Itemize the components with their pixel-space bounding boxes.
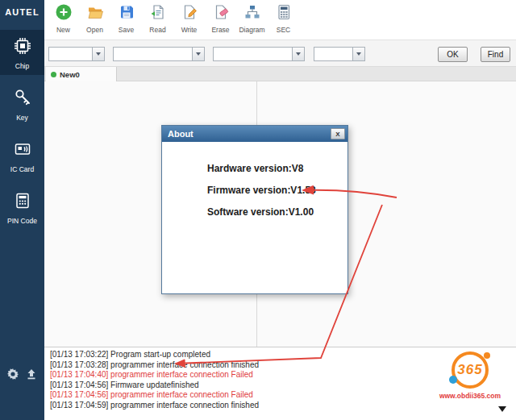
sidebar-item-key[interactable]: Key	[0, 81, 44, 127]
tool-label: Write	[181, 26, 198, 34]
pin-code-icon	[12, 190, 33, 214]
brand-logo: AUTEL	[0, 0, 44, 17]
gear-icon[interactable]	[7, 368, 19, 380]
diagram-button[interactable]: Diagram	[236, 3, 268, 40]
sidebar-item-label: IC Card	[10, 165, 34, 173]
sidebar-item-label: Key	[16, 114, 28, 122]
tab-new0[interactable]: New0	[46, 67, 117, 81]
erase-button[interactable]: Erase	[205, 3, 236, 40]
tool-label: SEC	[277, 26, 290, 34]
tool-label: New	[56, 26, 70, 34]
sec-icon	[275, 3, 293, 24]
sidebar-item-label: PIN Code	[7, 217, 37, 225]
filter-dropdown-3[interactable]	[213, 47, 305, 61]
tool-label: Erase	[211, 26, 229, 34]
tool-label: Open	[86, 26, 103, 34]
chevron-down-icon[interactable]	[92, 48, 104, 60]
website-url: www.obdii365.com	[431, 392, 510, 400]
write-button[interactable]: Write	[173, 3, 205, 40]
upload-arrow-icon[interactable]	[26, 368, 37, 380]
save-icon	[118, 3, 135, 24]
options-bar: OK Find	[44, 40, 516, 67]
dropdown-value	[49, 48, 92, 60]
read-button[interactable]: Read	[142, 3, 173, 40]
logo-circle: 365	[452, 351, 489, 389]
firmware-version-text: Firmware version:V1.53	[207, 185, 347, 196]
new-icon	[55, 3, 73, 24]
dropdown-value	[314, 48, 352, 60]
sidebar-item-chip[interactable]: Chip	[0, 30, 44, 75]
close-button[interactable]: X	[331, 128, 345, 139]
sidebar-item-label: Chip	[15, 62, 29, 70]
read-icon	[149, 3, 167, 24]
sidebar: AUTEL Chip	[0, 0, 44, 420]
open-folder-icon	[86, 3, 104, 24]
ok-button[interactable]: OK	[438, 47, 468, 62]
chevron-down-icon[interactable]	[352, 48, 364, 60]
new-button[interactable]: New	[48, 3, 79, 40]
filter-dropdown-4[interactable]	[314, 47, 365, 61]
hardware-version-text: Hardware version:V8	[207, 163, 347, 174]
key-icon	[12, 87, 33, 111]
sidebar-bottom-tools	[7, 368, 37, 380]
tab-bar: New0	[44, 67, 516, 81]
sidebar-nav: Chip Key	[0, 30, 44, 236]
filter-dropdown-1[interactable]	[48, 47, 105, 61]
toolbar: New Open Save	[44, 0, 516, 40]
open-button[interactable]: Open	[79, 3, 110, 40]
chevron-down-icon[interactable]	[192, 48, 204, 60]
tool-label: Read	[149, 26, 165, 34]
dialog-titlebar[interactable]: About X	[162, 126, 347, 142]
workspace: About X Hardware version:V8 Firmware ver…	[44, 81, 516, 347]
app-window: AUTEL Chip	[0, 0, 516, 420]
sec-button[interactable]: SEC	[268, 3, 299, 40]
save-button[interactable]: Save	[110, 3, 142, 40]
chevron-down-icon[interactable]	[292, 48, 304, 60]
dialog-body: Hardware version:V8 Firmware version:V1.…	[162, 142, 347, 218]
find-button[interactable]: Find	[481, 47, 510, 62]
software-version-text: Software version:V1.00	[207, 206, 347, 218]
dropdown-value	[114, 48, 192, 60]
expand-down-icon[interactable]	[498, 406, 506, 412]
tab-label: New0	[60, 70, 80, 79]
about-dialog: About X Hardware version:V8 Firmware ver…	[161, 125, 348, 294]
erase-icon	[212, 3, 230, 24]
logo-text: 365	[457, 362, 482, 378]
chip-icon	[12, 35, 33, 60]
tab-status-dot	[51, 72, 56, 77]
diagram-icon	[243, 3, 261, 24]
write-icon	[181, 3, 198, 24]
log-entry: [01/13 17:04:59] programmer interface co…	[50, 401, 516, 411]
filter-dropdown-2[interactable]	[113, 47, 205, 61]
tool-label: Diagram	[239, 26, 264, 34]
sidebar-item-pin-code[interactable]: PIN Code	[0, 185, 44, 230]
ic-card-icon	[12, 139, 33, 163]
sidebar-item-ic-card[interactable]: IC Card	[0, 133, 44, 178]
obdii365-logo: 365 www.obdii365.com	[431, 351, 510, 400]
tool-label: Save	[119, 26, 134, 34]
dropdown-value	[214, 48, 292, 60]
dialog-title: About	[168, 129, 194, 139]
